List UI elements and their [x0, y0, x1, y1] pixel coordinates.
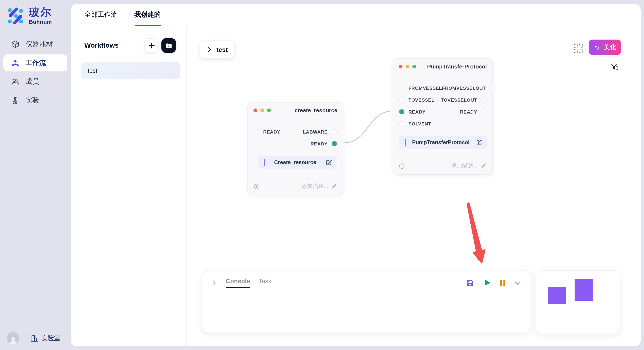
building-icon	[30, 334, 38, 342]
workflow-list: test	[71, 53, 186, 79]
pill-accent-bar	[405, 139, 406, 146]
pencil-icon	[481, 163, 487, 169]
workflow-person-icon	[11, 59, 20, 67]
workflows-panel: Workflows test	[71, 26, 186, 346]
add-workflow-button[interactable]	[144, 38, 159, 53]
lab-switcher[interactable]: 实验室	[30, 334, 60, 342]
minimap[interactable]	[536, 270, 620, 334]
traffic-light-green[interactable]	[267, 108, 271, 112]
beautify-label: 美化	[604, 43, 616, 51]
traffic-light-red[interactable]	[399, 64, 402, 68]
input-port-ready-connected[interactable]	[399, 109, 404, 114]
port-label: READY	[310, 141, 328, 146]
pill-accent-bar	[264, 159, 265, 166]
sidebar-item-instruments[interactable]: 仪器耗材	[4, 36, 67, 53]
user-avatar[interactable]	[7, 332, 19, 345]
collapse-chevron-icon[interactable]	[212, 280, 217, 286]
sidebar-item-label: 实验	[26, 96, 39, 105]
node-connection-edge	[344, 111, 393, 143]
main-content: 全部工作流 我创建的 Workflows	[71, 4, 640, 346]
info-icon[interactable]	[399, 163, 405, 169]
avatar-person-icon	[8, 336, 18, 345]
console-header: Console Task	[202, 270, 531, 293]
output-port-ready-connected[interactable]	[332, 141, 337, 146]
node-create-resource[interactable]: create_resource READY LABWARE READY C	[248, 102, 343, 195]
task-tab[interactable]: Task	[258, 278, 271, 288]
traffic-light-green[interactable]	[412, 64, 416, 68]
filter-icon[interactable]	[610, 62, 619, 71]
node-action-pill[interactable]: Create_resource	[258, 156, 336, 169]
beautify-button[interactable]: 美化	[589, 39, 621, 55]
traffic-light-yellow[interactable]	[406, 64, 409, 68]
node-pump-transfer-protocol[interactable]: PumpTransferProtocol FROMVESSEL FROMVESS…	[393, 58, 493, 175]
input-port-fromvessel[interactable]	[399, 85, 404, 91]
workflow-list-item[interactable]: test	[81, 62, 180, 79]
sidebar-item-members[interactable]: 成员	[4, 73, 67, 90]
layout-grid-icon[interactable]	[574, 44, 583, 53]
tab-all-workflows[interactable]: 全部工作流	[84, 4, 117, 26]
node-ports: FROMVESSEL FROMVESSELOUT TOVESSEL TOVESS…	[393, 74, 492, 130]
sparkles-icon	[593, 44, 600, 51]
output-port-ready[interactable]	[481, 109, 486, 114]
port-label: TOVESSELOUT	[441, 97, 477, 103]
workflows-panel-title: Workflows	[84, 42, 118, 49]
lab-label: 实验室	[41, 334, 60, 342]
port-label: FROMVESSELOUT	[442, 85, 486, 91]
node-action-pill[interactable]: PumpTransferProtocol	[399, 136, 487, 149]
brand-logo[interactable]: 玻尔 Bohrium	[7, 7, 52, 25]
add-description[interactable]: 添加描述...	[451, 162, 487, 170]
sidebar-item-label: 成员	[26, 77, 39, 86]
description-placeholder: 添加描述...	[451, 162, 478, 170]
port-label: READY	[263, 129, 280, 134]
node-header: PumpTransferProtocol	[393, 59, 492, 74]
traffic-light-yellow[interactable]	[260, 108, 264, 112]
tab-created-by-me[interactable]: 我创建的	[134, 4, 161, 26]
package-icon	[11, 40, 20, 48]
sidebar-item-workflow[interactable]: 工作流	[4, 54, 67, 71]
save-icon[interactable]	[466, 279, 474, 287]
console-tab[interactable]: Console	[226, 278, 250, 288]
traffic-lights[interactable]	[254, 108, 271, 112]
pill-label: PumpTransferProtocol	[408, 140, 473, 146]
breadcrumb[interactable]: test	[200, 40, 235, 58]
edit-icon[interactable]	[326, 159, 332, 166]
console-panel: Console Task	[202, 270, 531, 333]
play-icon[interactable]	[483, 279, 491, 287]
minimap-node-pump-transfer	[574, 279, 593, 301]
chevron-right-icon	[206, 47, 212, 52]
input-port-tovessel[interactable]	[399, 97, 404, 103]
output-port-tovesselout[interactable]	[481, 97, 486, 103]
sidebar-item-label: 工作流	[26, 58, 46, 67]
workflow-tabbar: 全部工作流 我创建的	[71, 4, 640, 26]
sidebar-nav: 仪器耗材 工作流 成员 实验	[0, 36, 71, 109]
traffic-lights[interactable]	[399, 64, 416, 68]
port-label: FROMVESSEL	[408, 85, 442, 91]
edit-icon[interactable]	[476, 139, 482, 146]
sidebar: 玻尔 Bohrium 仪器耗材 工作流	[0, 0, 71, 350]
plus-icon	[148, 42, 155, 49]
sidebar-footer: 实验室	[7, 332, 60, 345]
annotation-arrow	[467, 203, 485, 263]
node-ports: READY LABWARE READY	[248, 118, 343, 150]
pill-label: Create_resource	[268, 160, 323, 166]
input-port-solvent[interactable]	[399, 121, 404, 126]
output-port-fromvesselout[interactable]	[490, 85, 495, 91]
chevron-down-icon[interactable]	[514, 279, 521, 286]
workflow-canvas[interactable]: test 美化	[186, 26, 640, 346]
import-folder-button[interactable]	[162, 38, 176, 53]
pause-icon[interactable]	[500, 280, 505, 286]
add-description[interactable]: 添加描述...	[302, 182, 337, 190]
node-footer: 添加描述...	[248, 182, 343, 195]
folder-download-icon	[165, 42, 172, 49]
output-port-labware[interactable]	[332, 129, 337, 134]
sidebar-item-experiments[interactable]: 实验	[4, 92, 67, 109]
input-port-ready[interactable]	[254, 129, 259, 134]
pencil-icon	[331, 183, 337, 189]
node-title: create_resource	[294, 107, 337, 113]
info-icon[interactable]	[254, 183, 260, 189]
port-label: READY	[408, 109, 426, 114]
traffic-light-red[interactable]	[254, 108, 257, 112]
breadcrumb-label: test	[216, 46, 228, 53]
console-actions	[466, 279, 521, 287]
app-root: 玻尔 Bohrium 仪器耗材 工作流	[0, 0, 644, 350]
